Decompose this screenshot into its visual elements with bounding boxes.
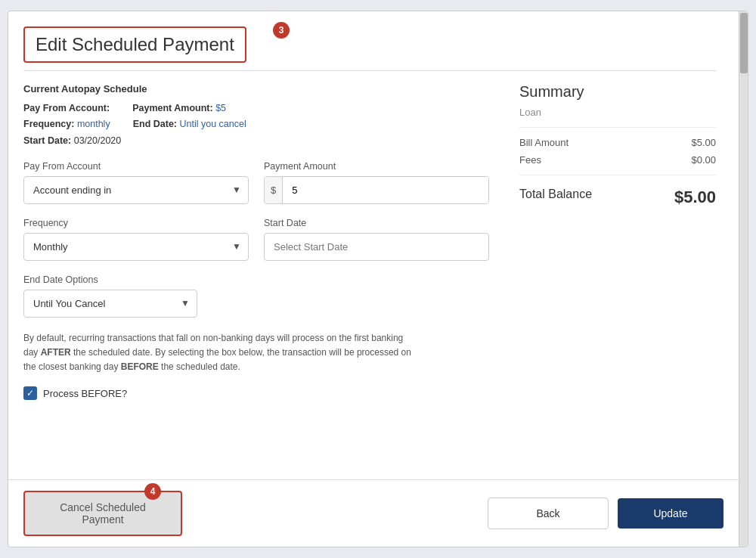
- notice-text: By default, recurring transactions that …: [23, 331, 417, 375]
- start-date-group: Start Date: [264, 218, 489, 261]
- form-row-3: End Date Options Until You Cancel Number…: [23, 274, 489, 318]
- left-panel: Current Autopay Schedule Pay From Accoun…: [23, 83, 489, 415]
- frequency-select-wrapper: Monthly Weekly Bi-Weekly Quarterly ▼: [23, 233, 249, 261]
- badge-3: 3: [273, 22, 290, 39]
- frequency-select[interactable]: Monthly Weekly Bi-Weekly Quarterly: [23, 233, 249, 261]
- autopay-frequency: Frequency: monthly: [23, 116, 110, 132]
- end-date-select[interactable]: Until You Cancel Number of Payments Spec…: [23, 290, 197, 318]
- payment-amount-label: Payment Amount:: [132, 103, 213, 113]
- page-title: Edit Scheduled Payment: [23, 26, 246, 63]
- payment-amount-value: $5: [215, 103, 226, 113]
- main-layout: Current Autopay Schedule Pay From Accoun…: [23, 83, 716, 415]
- fees-value: $0.00: [691, 154, 716, 166]
- summary-title: Summary: [519, 83, 716, 101]
- update-button[interactable]: Update: [618, 498, 723, 529]
- autopay-row-2: Frequency: monthly End Date: Until you c…: [23, 116, 489, 132]
- header-section: Edit Scheduled Payment 3: [23, 26, 716, 63]
- autopay-info: Pay From Account: Payment Amount: $5 Fre…: [23, 101, 489, 149]
- after-bold: AFTER: [41, 347, 71, 358]
- end-date-label: End Date:: [133, 119, 177, 129]
- bill-amount-label: Bill Amount: [519, 137, 569, 148]
- summary-divider-1: [519, 127, 716, 128]
- content-area: Edit Scheduled Payment 3 Current Autopay…: [8, 11, 739, 479]
- process-before-label: Process BEFORE?: [43, 388, 127, 399]
- summary-panel: Summary Loan Bill Amount $5.00 Fees $0.0…: [519, 83, 716, 415]
- process-before-checkbox[interactable]: ✓: [23, 386, 37, 400]
- header-divider: [23, 70, 716, 71]
- end-date-select-wrapper: Until You Cancel Number of Payments Spec…: [23, 290, 197, 318]
- total-value: $5.00: [674, 188, 716, 207]
- autopay-section-title: Current Autopay Schedule: [23, 83, 489, 95]
- end-date-form-label: End Date Options: [23, 274, 197, 285]
- total-label: Total Balance: [519, 188, 592, 207]
- payment-amount-input[interactable]: [283, 177, 488, 203]
- pay-from-select-wrapper: Account ending in ▼: [23, 176, 249, 204]
- badge-4: 4: [144, 483, 161, 500]
- summary-fees-row: Fees $0.00: [519, 151, 716, 169]
- form-row-2: Frequency Monthly Weekly Bi-Weekly Quart…: [23, 218, 489, 261]
- frequency-form-label: Frequency: [23, 218, 249, 228]
- checkbox-check-icon: ✓: [26, 389, 34, 398]
- payment-amount-group: Payment Amount $: [264, 161, 489, 204]
- payment-amount-form-label: Payment Amount: [264, 161, 489, 172]
- back-button[interactable]: Back: [488, 498, 609, 529]
- frequency-value: monthly: [77, 119, 110, 129]
- frequency-group: Frequency Monthly Weekly Bi-Weekly Quart…: [23, 218, 249, 261]
- summary-bill-row: Bill Amount $5.00: [519, 134, 716, 151]
- before-bold: BEFORE: [121, 361, 159, 372]
- checkbox-row: ✓ Process BEFORE?: [23, 386, 489, 400]
- summary-divider-2: [519, 175, 716, 175]
- start-date-value: 03/20/2020: [74, 135, 122, 146]
- pay-from-select[interactable]: Account ending in: [23, 176, 249, 204]
- end-date-value: Until you cancel: [179, 119, 246, 129]
- fees-label: Fees: [519, 154, 541, 166]
- scrollbar[interactable]: [739, 11, 748, 547]
- autopay-payment-amount: Payment Amount: $5: [132, 101, 226, 116]
- autopay-row-1: Pay From Account: Payment Amount: $5: [23, 101, 489, 116]
- form-row-1: Pay From Account Account ending in ▼ Pay…: [23, 161, 489, 204]
- dollar-sign-icon: $: [265, 177, 283, 203]
- main-window: Edit Scheduled Payment 3 Current Autopay…: [8, 11, 748, 547]
- start-date-label: Start Date:: [23, 135, 71, 146]
- summary-subtitle: Loan: [519, 107, 716, 118]
- amount-group: $: [264, 176, 489, 204]
- end-date-group: End Date Options Until You Cancel Number…: [23, 274, 197, 318]
- footer: Cancel Scheduled Payment 4 Back Update: [8, 479, 739, 547]
- pay-from-form-label: Pay From Account: [23, 161, 249, 172]
- autopay-start-date: Start Date: 03/20/2020: [23, 133, 489, 149]
- frequency-label: Frequency:: [23, 119, 74, 129]
- pay-from-label: Pay From Account:: [23, 103, 110, 113]
- autopay-end-date: End Date: Until you cancel: [133, 116, 246, 132]
- summary-total-row: Total Balance $5.00: [519, 181, 716, 210]
- autopay-pay-from: Pay From Account:: [23, 101, 110, 116]
- start-date-input[interactable]: [264, 233, 489, 261]
- bill-amount-value: $5.00: [691, 137, 716, 148]
- start-date-form-label: Start Date: [264, 218, 489, 228]
- pay-from-group: Pay From Account Account ending in ▼: [23, 161, 249, 204]
- scrollbar-thumb[interactable]: [740, 13, 748, 73]
